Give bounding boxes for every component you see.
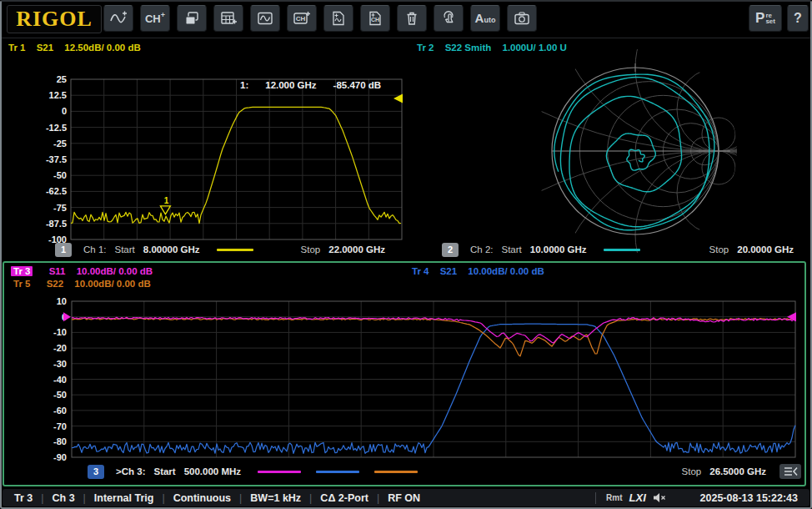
collapse-menu-button[interactable]: [779, 464, 801, 479]
svg-text:-87.5: -87.5: [46, 219, 67, 229]
measurement-setup-button[interactable]: [213, 5, 243, 32]
tr5-trace-swatch: [374, 471, 418, 473]
add-channel-button[interactable]: CH+: [140, 5, 170, 32]
tr5-meas: S22: [47, 279, 63, 289]
tr4-trace-swatch: [316, 471, 359, 473]
clock: 2025-08-13 15:22:43: [700, 492, 798, 504]
tr3-scale: 10.00dB/ 0.00 dB: [77, 266, 153, 276]
window-layout-button[interactable]: [177, 5, 207, 32]
channel-plus-icon: CH+: [145, 11, 165, 26]
sine-plus-icon: [109, 10, 128, 27]
ch3-stop-value[interactable]: 26.5000 GHz: [709, 466, 766, 476]
status-trigger[interactable]: Internal Trig: [94, 492, 154, 504]
status-cal[interactable]: CΔ 2-Port: [320, 492, 368, 504]
tr3-trace-swatch: [258, 471, 301, 473]
tr5-scale: 10.00dB/ 0.00 dB: [74, 279, 150, 289]
svg-text:-40: -40: [53, 375, 67, 385]
ch2-stop-value[interactable]: 20.0000 GHz: [737, 244, 794, 254]
toolbar: RIGOL CH+: [0, 0, 812, 38]
tr2-smith-chart[interactable]: [406, 48, 809, 242]
ch3-badge[interactable]: 3: [88, 465, 104, 479]
status-channel[interactable]: Ch 3: [53, 492, 75, 504]
vna-screen: RIGOL CH+: [0, 0, 812, 509]
preset-button[interactable]: P reset: [749, 5, 782, 32]
tr4-label[interactable]: Tr 4: [412, 266, 429, 276]
svg-text:-30: -30: [53, 359, 67, 369]
svg-text:-62.5: -62.5: [46, 186, 67, 196]
svg-text:-50: -50: [53, 170, 67, 180]
ch1-start-value[interactable]: 8.00000 GHz: [143, 244, 200, 254]
tr5-label[interactable]: Tr 5: [11, 279, 33, 289]
tr3-meas: S11: [49, 266, 66, 276]
delete-button[interactable]: [397, 5, 427, 32]
status-rf[interactable]: RF ON: [388, 492, 420, 504]
ch2-badge[interactable]: 2: [442, 243, 459, 257]
status-trace[interactable]: Tr 3: [14, 492, 33, 504]
ch2-start-value[interactable]: 10.0000 GHz: [530, 244, 587, 254]
svg-text:-80: -80: [53, 436, 67, 446]
tr4-scale: 10.00dB/ 0.00 dB: [468, 266, 544, 276]
touch-icon: [440, 10, 457, 27]
ch3-start-label: Start: [153, 466, 175, 476]
status-bar: Tr 3| Ch 3| Internal Trig| Continuous| B…: [3, 489, 809, 506]
save-trace-button[interactable]: [323, 5, 353, 32]
svg-text:10: 10: [57, 296, 67, 306]
svg-text:-25: -25: [53, 139, 67, 149]
tr4-header[interactable]: Tr 4 S21 10.00dB/ 0.00 dB: [412, 266, 553, 276]
svg-text:12.5: 12.5: [49, 90, 67, 100]
svg-text:0: 0: [62, 106, 67, 116]
svg-text:-75: -75: [53, 203, 67, 213]
marker-readout: 1: 12.000 GHz -85.470 dB: [240, 80, 381, 90]
auto-scale-button[interactable]: Auto: [470, 5, 500, 32]
ch1-start-label: Start: [115, 244, 135, 254]
svg-text:-10: -10: [53, 327, 67, 337]
ch3-plot[interactable]: 100-10-20-30-40-50-60-70-80-90: [6, 295, 804, 461]
camera-icon: [514, 10, 530, 27]
status-sweep[interactable]: Continuous: [173, 492, 231, 504]
ch2-footer: 2 Ch 2: Start 10.0000 GHz Stop 20.0000 G…: [409, 240, 807, 259]
window-channel-icon: CH: [293, 10, 311, 27]
tr1-plot[interactable]: 2512.50-12.5-25-37.5-50-62.5-75-87.5-100…: [3, 73, 405, 244]
tr1-trace-swatch: [217, 249, 253, 251]
ch1-footer: 1 Ch 1: Start 8.00000 GHz Stop 22.0000 G…: [3, 240, 403, 259]
tr5-header[interactable]: Tr 5 S22 10.00dB/ 0.00 dB: [11, 279, 159, 289]
lxi-indicator: LXI: [629, 491, 646, 504]
help-button[interactable]: ?: [787, 5, 809, 32]
table-icon: [220, 10, 237, 27]
speaker-muted-icon[interactable]: [653, 492, 666, 503]
ch3-start-value[interactable]: 500.000 MHz: [184, 466, 241, 476]
file-sine-icon: [330, 10, 347, 27]
svg-text:-12.5: -12.5: [46, 123, 67, 133]
trace-window-button[interactable]: [250, 5, 280, 32]
ch3-footer: 3 >Ch 3: Start 500.000 MHz Stop 26.5000 …: [4, 462, 801, 481]
ch1-stop-label: Stop: [301, 244, 321, 254]
tr1-header[interactable]: Tr 1 S21 12.50dB/ 0.00 dB: [8, 43, 149, 53]
trash-icon: [403, 10, 420, 27]
channel-window-button[interactable]: CH: [287, 5, 317, 32]
ch1-badge[interactable]: 1: [55, 243, 72, 257]
save-channel-button[interactable]: CH: [360, 5, 390, 32]
menu-collapse-icon: [783, 466, 798, 476]
marker-id: 1:: [240, 80, 248, 90]
tr3-label-active[interactable]: Tr 3: [11, 266, 33, 276]
svg-text:-50: -50: [53, 390, 67, 400]
ch1-stop-value[interactable]: 22.0000 GHz: [328, 244, 385, 254]
channel3-panel[interactable]: Tr 3 S11 10.00dB/ 0.00 dB Tr 4 S21 10.00…: [3, 261, 806, 486]
touch-button[interactable]: [434, 5, 464, 32]
svg-text:-60: -60: [53, 406, 67, 416]
svg-text:25: 25: [57, 74, 67, 84]
ch2-stop-label: Stop: [709, 244, 729, 254]
ch2-label: Ch 2:: [470, 244, 494, 254]
add-trace-button[interactable]: [103, 5, 133, 32]
tr3-header[interactable]: Tr 3 S11 10.00dB/ 0.00 dB: [11, 266, 161, 276]
ch1-label: Ch 1:: [83, 244, 107, 254]
tr1-scale: 12.50dB/ 0.00 dB: [64, 43, 140, 53]
file-channel-icon: CH: [367, 10, 383, 27]
tr1-label[interactable]: Tr 1: [8, 43, 25, 53]
screenshot-button[interactable]: [507, 5, 537, 32]
layers-icon: [183, 10, 200, 27]
marker-freq: 12.000 GHz: [265, 80, 316, 90]
svg-text:CH: CH: [371, 17, 379, 23]
status-bandwidth[interactable]: BW=1 kHz: [250, 492, 301, 504]
rigol-logo: RIGOL: [7, 5, 102, 33]
